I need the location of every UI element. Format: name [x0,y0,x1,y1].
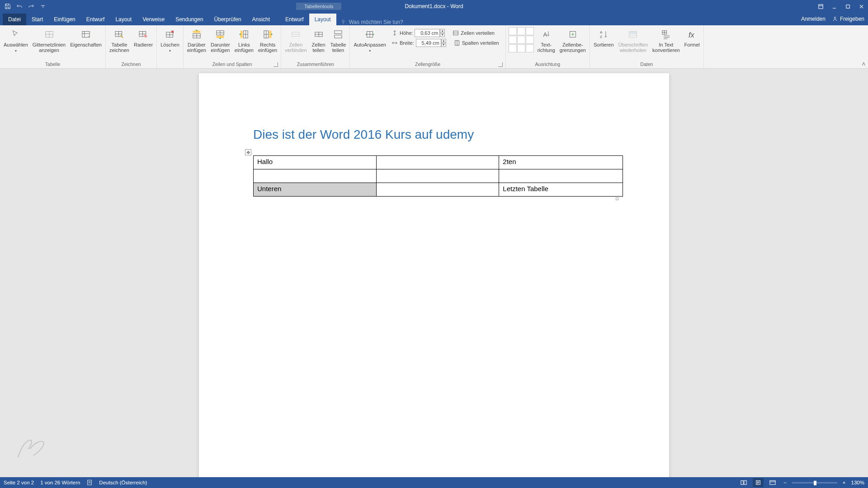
tab-file[interactable]: Datei [3,14,26,25]
autoanpassen-button[interactable]: AutoAnpassen▼ [352,26,388,55]
view-read-mode[interactable] [738,478,749,487]
svg-text:A: A [600,30,603,34]
tab-verweise[interactable]: Verweise [137,14,170,25]
qat-customize[interactable] [38,1,48,11]
textrichtung-button[interactable]: A Text- richtung [536,26,557,54]
eigenschaften-button[interactable]: Eigenschaften [68,26,104,48]
close-button[interactable] [854,0,868,13]
darunter-einfuegen-button[interactable]: Darunter einfügen [209,26,232,54]
share-button[interactable]: Freigeben [832,16,864,22]
group-tabelle-label: Tabelle [2,61,104,68]
status-page[interactable]: Seite 2 von 2 [4,480,34,485]
maximize-button[interactable] [841,0,854,13]
align-top-center[interactable] [517,27,525,35]
tab-layout[interactable]: Layout [110,14,137,25]
tabelle-teilen-button[interactable]: Tabelle teilen [329,26,348,54]
collapse-ribbon-button[interactable]: ᐱ [862,61,865,66]
align-top-right[interactable] [526,27,534,35]
svg-rect-15 [241,31,243,38]
group-zusammenfuehren-label: Zusammenführen [283,61,348,68]
table-cell-selected[interactable]: Unteren [254,183,377,197]
tab-einfuegen[interactable]: Einfügen [48,14,80,25]
svg-rect-11 [193,31,200,33]
zeilen-verteilen-button[interactable]: Zeilen verteilen [451,29,496,37]
table-cell[interactable] [254,169,377,183]
table-move-handle[interactable]: ✥ [245,149,251,155]
table-row: Hallo 2ten [254,156,623,169]
table-cell[interactable]: 2ten [499,156,623,169]
height-icon [392,30,398,36]
group-ausrichtung-label: Ausrichtung [508,61,588,68]
align-bot-left[interactable] [509,44,517,52]
hoehe-input[interactable]: 0,63 cm▲▼ [415,29,440,37]
formel-button[interactable]: fx Formel [683,26,702,48]
svg-rect-21 [335,35,342,38]
intext-konvertieren-button[interactable]: In Text konvertieren [651,26,682,54]
tab-sendungen[interactable]: Sendungen [170,14,208,25]
zellengroesse-launcher[interactable] [498,62,503,67]
minimize-button[interactable] [827,0,841,13]
ueberschriften-wiederholen-button: Überschriften wiederholen [617,26,650,54]
tab-entwurf[interactable]: Entwurf [81,14,110,25]
table-cell[interactable] [376,156,499,169]
save-button[interactable] [3,1,13,11]
tabletools-contextual-label: Tabellentools [296,3,341,10]
status-language[interactable]: Deutsch (Österreich) [99,480,147,485]
align-mid-right[interactable] [526,36,534,44]
view-web-layout[interactable] [767,478,778,487]
zeilen-spalten-launcher[interactable] [274,62,278,67]
signin-link[interactable]: Anmelden [801,16,826,22]
tellme-search[interactable]: Was möchten Sie tun? [336,19,408,25]
tab-table-entwurf[interactable]: Entwurf [280,14,309,25]
width-icon [392,40,398,46]
tab-table-layout[interactable]: Layout [309,14,336,25]
undo-button[interactable] [14,1,24,11]
zoom-value[interactable]: 130% [851,480,864,485]
tab-start[interactable]: Start [26,14,48,25]
align-bot-right[interactable] [526,44,534,52]
align-top-left[interactable] [509,27,517,35]
tab-ansicht[interactable]: Ansicht [247,14,275,25]
redo-button[interactable] [26,1,36,11]
svg-rect-34 [741,481,743,485]
table-cell[interactable]: Letzten Tabelle [499,183,623,197]
auswaehlen-button[interactable]: Auswählen▼ [2,26,30,55]
share-label: Freigeben [840,16,864,22]
rechts-einfuegen-button[interactable]: Rechts einfügen [256,26,279,54]
zoom-slider[interactable] [792,482,837,483]
view-print-layout[interactable] [753,478,764,487]
document-table[interactable]: Hallo 2ten Unteren Letzten Tabelle [253,155,623,197]
darueber-einfuegen-button[interactable]: Darüber einfügen [185,26,208,54]
align-mid-left[interactable] [509,36,517,44]
zoom-in-button[interactable]: + [841,480,848,485]
document-viewport[interactable]: Dies ist der Word 2016 Kurs auf udemy ✥ … [0,69,868,477]
table-cell[interactable] [376,169,499,183]
radierer-button[interactable]: Radierer [132,26,155,48]
document-heading[interactable]: Dies ist der Word 2016 Kurs auf udemy [253,127,615,142]
svg-point-2 [342,20,344,23]
gitternetzlinien-button[interactable]: Gitternetzlinien anzeigen [31,26,67,54]
document-page[interactable]: Dies ist der Word 2016 Kurs auf udemy ✥ … [199,73,669,477]
links-einfuegen-button[interactable]: Links einfügen [233,26,255,54]
svg-rect-35 [744,481,746,485]
ribbon-display-options[interactable] [814,0,827,13]
svg-point-3 [834,17,836,19]
table-cell[interactable] [376,183,499,197]
zoom-out-button[interactable]: − [782,480,788,485]
zellen-teilen-button[interactable]: Zellen teilen [310,26,328,54]
align-mid-center[interactable] [517,36,525,44]
breite-input[interactable]: 5,49 cm▲▼ [416,39,441,47]
table-resize-handle[interactable] [616,197,618,200]
tabelle-zeichnen-button[interactable]: Tabelle zeichnen [108,26,131,54]
loeschen-button[interactable]: Löschen▼ [159,26,181,55]
zellenbegrenzungen-button[interactable]: Zellenbe- grenzungen [558,26,588,54]
status-wordcount[interactable]: 1 von 26 Wörtern [40,480,80,485]
table-row: Unteren Letzten Tabelle [254,183,623,197]
spalten-verteilen-button[interactable]: Spalten verteilen [452,39,501,47]
align-bot-center[interactable] [517,44,525,52]
sortieren-button[interactable]: AZ Sortieren [592,26,616,48]
table-cell[interactable]: Hallo [254,156,377,169]
tab-ueberpruefen[interactable]: Überprüfen [209,14,247,25]
table-cell[interactable] [499,169,623,183]
status-proofing-icon[interactable] [86,479,93,486]
